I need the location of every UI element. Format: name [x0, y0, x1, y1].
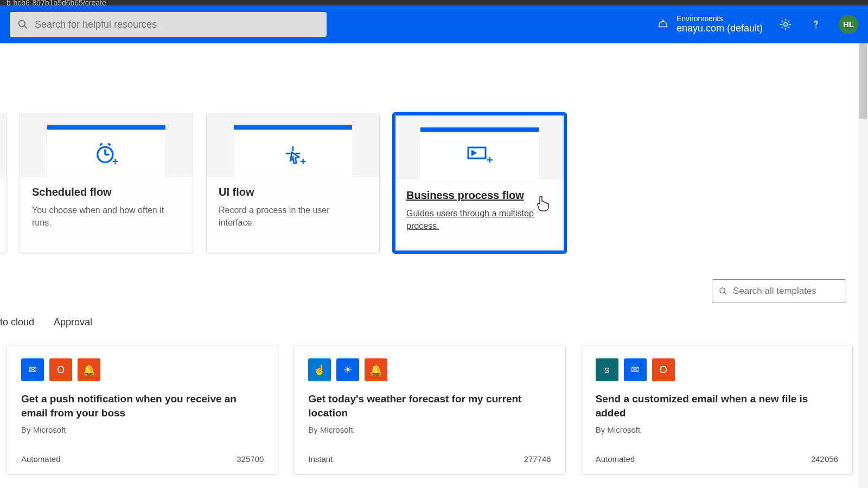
template-type: Automated	[596, 454, 635, 464]
template-count: 325700	[237, 454, 264, 464]
svg-line-14	[724, 292, 726, 294]
svg-text:+: +	[487, 154, 493, 166]
flow-card-art: +	[207, 113, 379, 177]
template-title: Get today's weather forecast for my curr…	[308, 392, 551, 420]
outlook-icon: ✉	[624, 358, 647, 381]
scrollbar-thumb[interactable]	[859, 43, 867, 119]
vertical-scrollbar[interactable]	[858, 43, 868, 488]
search-icon	[719, 286, 727, 296]
flow-card-ui[interactable]: + UI flow Record a process in the user i…	[206, 113, 380, 253]
svg-point-13	[720, 288, 725, 293]
flow-card-art: +	[395, 115, 564, 179]
header-search-box[interactable]	[10, 12, 327, 37]
flow-card-desc: You choose when and how often it runs.	[32, 204, 181, 229]
template-count: 277746	[524, 454, 551, 464]
template-title: Send a customized email when a new file …	[596, 392, 838, 420]
svg-point-3	[815, 27, 816, 28]
weather-icon: ☀	[336, 358, 359, 381]
template-connector-icons: ✉ O 🔔	[21, 358, 264, 381]
template-author: By Microsoft	[308, 425, 551, 434]
svg-line-1	[24, 26, 27, 29]
flow-card-title: Scheduled flow	[32, 186, 181, 198]
template-count: 242056	[811, 454, 838, 464]
template-author: By Microsoft	[596, 425, 838, 434]
notification-icon: 🔔	[365, 358, 387, 381]
business-process-flow-icon: +	[464, 142, 495, 169]
flow-card-scheduled[interactable]: + Scheduled flow You choose when and how…	[20, 113, 193, 253]
flow-type-card-row: + as needed. +	[0, 113, 868, 253]
outlook-icon: ✉	[21, 358, 44, 381]
search-input[interactable]	[35, 19, 319, 30]
browser-address-bar: b-bcb6-897b1a5d6b65/create ☆ ⬤⬤ Incognit…	[0, 0, 868, 5]
flow-card-automated[interactable]: + as needed.	[0, 113, 7, 253]
flow-card-title: UI flow	[219, 186, 367, 198]
office-icon: O	[652, 358, 675, 381]
tab-to-cloud[interactable]: to cloud	[0, 317, 34, 331]
flow-card-business-process[interactable]: + Business process flow Guides users thr…	[393, 113, 566, 253]
flow-card-desc: Guides users through a multistep process…	[406, 207, 553, 232]
template-card[interactable]: ☝ ☀ 🔔 Get today's weather forecast for m…	[293, 345, 565, 475]
button-icon: ☝	[308, 358, 331, 381]
template-card[interactable]: ✉ O 🔔 Get a push notification when you r…	[7, 345, 278, 475]
svg-text:+: +	[112, 156, 118, 168]
template-type: Instant	[308, 454, 333, 464]
notification-icon: 🔔	[78, 358, 100, 381]
template-type: Automated	[21, 454, 61, 464]
sharepoint-icon: s	[596, 358, 618, 381]
page-content: + as needed. +	[0, 43, 868, 488]
template-search-box[interactable]	[712, 279, 846, 303]
template-card[interactable]: s ✉ O Send a customized email when a new…	[581, 345, 853, 475]
svg-point-2	[784, 23, 787, 26]
template-search-input[interactable]	[733, 286, 839, 297]
svg-point-0	[19, 21, 25, 27]
template-connector-icons: s ✉ O	[596, 358, 838, 381]
template-connector-icons: ☝ ☀ 🔔	[308, 358, 551, 381]
flow-card-art: +	[20, 113, 193, 177]
flow-card-desc: Record a process in the user interface.	[219, 204, 367, 229]
environment-label: Environments	[676, 15, 763, 23]
flow-card-art: +	[0, 113, 6, 177]
template-category-tabs: to cloud Approval	[0, 317, 92, 331]
help-button[interactable]	[808, 17, 824, 32]
template-card-row: ✉ O 🔔 Get a push notification when you r…	[7, 345, 853, 475]
flow-card-title: Business process flow	[406, 189, 553, 202]
app-header: Environments enayu.com (default) HL	[0, 5, 868, 43]
ui-flow-icon: +	[279, 139, 307, 168]
help-icon	[810, 18, 822, 30]
svg-text:+: +	[300, 156, 306, 168]
user-avatar[interactable]: HL	[839, 15, 858, 34]
office-icon: O	[49, 358, 72, 381]
template-title: Get a push notification when you receive…	[21, 392, 264, 420]
gear-icon	[779, 18, 792, 31]
environment-picker[interactable]: Environments enayu.com (default)	[657, 15, 763, 34]
scheduled-flow-icon: +	[92, 139, 120, 168]
environment-icon	[657, 18, 669, 30]
environment-name: enayu.com (default)	[676, 23, 763, 34]
search-icon	[17, 19, 28, 30]
tab-approval[interactable]: Approval	[54, 317, 92, 331]
settings-button[interactable]	[778, 17, 793, 32]
template-author: By Microsoft	[21, 425, 264, 434]
